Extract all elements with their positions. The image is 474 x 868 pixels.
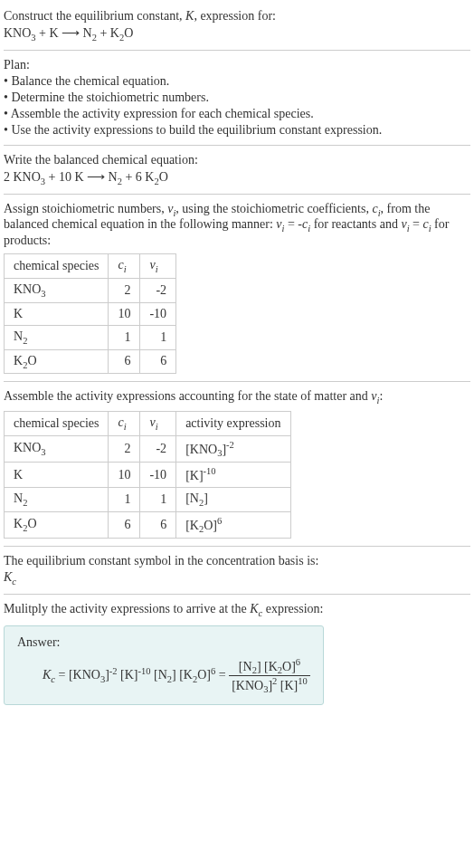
- cell-activity: [K2O]6: [176, 511, 290, 538]
- cell-activity: [K]-10: [176, 463, 290, 488]
- divider: [4, 381, 470, 382]
- cell-vi: -2: [140, 278, 176, 302]
- balanced-section: Write the balanced chemical equation: 2 …: [4, 153, 470, 186]
- answer-box: Answer: Kc = [KNO3]-2 [K]-10 [N2] [K2O]6…: [4, 625, 324, 705]
- cell-ci: 10: [109, 463, 140, 488]
- plan-item: • Use the activity expressions to build …: [4, 123, 470, 138]
- cell-species: N2: [5, 325, 109, 349]
- table-row: KNO3 2 -2: [5, 278, 176, 302]
- table-header-row: chemical species ci νi activity expressi…: [5, 412, 291, 436]
- assign-section: Assign stoichiometric numbers, νi, using…: [4, 202, 470, 375]
- cell-ci: 1: [109, 325, 140, 349]
- prompt-eq: KNO3 + K ⟶ N2 + K2O: [4, 25, 470, 43]
- multiply-text: Mulitply the activity expressions to arr…: [4, 602, 470, 618]
- divider: [4, 145, 470, 146]
- col-vi: νi: [140, 412, 176, 436]
- cell-vi: 1: [140, 325, 176, 349]
- cell-activity: [N2]: [176, 488, 290, 512]
- cell-ci: 10: [109, 302, 140, 325]
- plan-section: Plan: • Balance the chemical equation. •…: [4, 58, 470, 138]
- plan-item: • Assemble the activity expression for e…: [4, 107, 470, 121]
- col-ci: ci: [109, 412, 140, 436]
- cell-species: K2O: [5, 511, 109, 538]
- divider: [4, 50, 470, 51]
- divider: [4, 594, 470, 595]
- col-species: chemical species: [5, 254, 109, 279]
- fraction-numerator: [N2] [K2O]6: [229, 657, 310, 676]
- activity-table: chemical species ci νi activity expressi…: [4, 411, 291, 539]
- col-species: chemical species: [5, 412, 109, 436]
- answer-equation: Kc = [KNO3]-2 [K]-10 [N2] [K2O]6 = [N2] …: [17, 657, 310, 695]
- col-vi: νi: [140, 254, 176, 279]
- table-row: K 10 -10 [K]-10: [5, 463, 291, 488]
- fraction-denominator: [KNO3]2 [K]10: [229, 676, 310, 694]
- divider: [4, 194, 470, 195]
- cell-vi: 6: [140, 349, 176, 374]
- prompt-line1: Construct the equilibrium constant, K, e…: [4, 9, 470, 24]
- col-ci: ci: [109, 254, 140, 279]
- cell-species: N2: [5, 488, 109, 512]
- stoich-table: chemical species ci νi KNO3 2 -2 K 10 -1…: [4, 253, 176, 374]
- symbol-section: The equilibrium constant symbol in the c…: [4, 554, 470, 587]
- cell-vi: 1: [140, 488, 176, 512]
- answer-label: Answer:: [17, 635, 310, 650]
- cell-vi: -10: [140, 302, 176, 325]
- plan-item: • Balance the chemical equation.: [4, 74, 470, 89]
- cell-ci: 6: [109, 349, 140, 374]
- balanced-heading: Write the balanced chemical equation:: [4, 153, 470, 167]
- table-row: KNO3 2 -2 [KNO3]-2: [5, 435, 291, 462]
- symbol-line1: The equilibrium constant symbol in the c…: [4, 554, 470, 568]
- table-row: N2 1 1: [5, 325, 176, 349]
- balanced-eq: 2 KNO3 + 10 K ⟶ N2 + 6 K2O: [4, 169, 470, 186]
- col-activity: activity expression: [176, 412, 290, 436]
- table-header-row: chemical species ci νi: [5, 254, 176, 279]
- cell-species: KNO3: [5, 278, 109, 302]
- assemble-text: Assemble the activity expressions accoun…: [4, 389, 470, 405]
- fraction: [N2] [K2O]6 [KNO3]2 [K]10: [229, 657, 310, 695]
- cell-ci: 2: [109, 278, 140, 302]
- cell-ci: 6: [109, 511, 140, 538]
- cell-ci: 1: [109, 488, 140, 512]
- cell-activity: [KNO3]-2: [176, 435, 290, 462]
- table-row: K2O 6 6: [5, 349, 176, 374]
- assign-text: Assign stoichiometric numbers, νi, using…: [4, 202, 470, 249]
- table-row: K 10 -10: [5, 302, 176, 325]
- cell-species: K: [5, 463, 109, 488]
- cell-vi: -10: [140, 463, 176, 488]
- divider: [4, 546, 470, 547]
- cell-species: K: [5, 302, 109, 325]
- cell-vi: -2: [140, 435, 176, 462]
- plan-heading: Plan:: [4, 58, 470, 72]
- table-row: N2 1 1 [N2]: [5, 488, 291, 512]
- assemble-section: Assemble the activity expressions accoun…: [4, 389, 470, 539]
- multiply-section: Mulitply the activity expressions to arr…: [4, 602, 470, 705]
- prompt-section: Construct the equilibrium constant, K, e…: [4, 9, 470, 43]
- cell-species: KNO3: [5, 435, 109, 462]
- symbol-kc: Kc: [4, 570, 470, 587]
- cell-ci: 2: [109, 435, 140, 462]
- table-row: K2O 6 6 [K2O]6: [5, 511, 291, 538]
- plan-item: • Determine the stoichiometric numbers.: [4, 91, 470, 105]
- cell-species: K2O: [5, 349, 109, 374]
- cell-vi: 6: [140, 511, 176, 538]
